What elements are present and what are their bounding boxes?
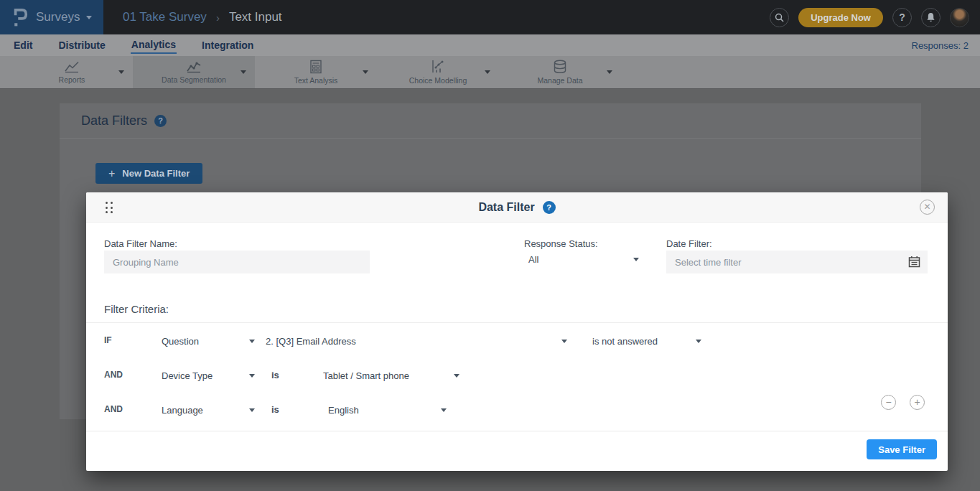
responses-count: Responses: 2 (912, 40, 969, 51)
response-status-value: All (528, 254, 538, 265)
chevron-down-icon (86, 16, 92, 19)
criteria-field-select[interactable]: Device Type (162, 368, 255, 383)
top-bar: Surveys 01 Take Survey › Text Input Upgr… (0, 0, 980, 34)
response-status-select[interactable]: All (528, 254, 639, 265)
criteria-row: AND Language is English − + (86, 399, 948, 421)
new-data-filter-button[interactable]: + New Data Filter (95, 163, 202, 184)
help-icon[interactable]: ? (543, 201, 556, 214)
chevron-down-icon (561, 340, 567, 343)
criteria-field-select[interactable]: Question (162, 333, 255, 349)
calendar-icon[interactable] (908, 256, 920, 270)
tab-analytics[interactable]: Analytics (131, 37, 177, 54)
help-icon[interactable]: ? (154, 115, 167, 127)
chevron-down-icon (696, 340, 701, 343)
add-criteria-button[interactable]: + (910, 395, 925, 410)
breadcrumb-survey-name[interactable]: 01 Take Survey (123, 10, 207, 24)
criteria-value: English (328, 405, 359, 416)
criteria-operator-select[interactable]: is not answered (592, 333, 701, 349)
toolbar-item-label: Manage Data (537, 76, 582, 85)
breadcrumb-page-name: Text Input (229, 10, 282, 24)
divider (86, 322, 948, 323)
connector-label: AND (104, 370, 123, 380)
date-filter-field (666, 251, 928, 273)
criteria-verb-label: is (271, 370, 279, 380)
criteria-field-value: Language (162, 405, 203, 416)
search-button[interactable] (770, 8, 789, 27)
breadcrumb-separator: › (216, 11, 220, 24)
plus-icon: + (108, 167, 115, 180)
upgrade-now-button[interactable]: Upgrade Now (798, 8, 883, 27)
scatter-chart-icon (431, 60, 445, 74)
tab-integration[interactable]: Integration (201, 37, 254, 53)
panel-header: Data Filters ? (60, 103, 921, 139)
criteria-value: Tablet / Smart phone (323, 370, 409, 381)
chevron-down-icon[interactable] (363, 70, 368, 74)
survey-nav-tabs: Edit Distribute Analytics Integration Re… (0, 34, 980, 56)
page-title: Data Filters (81, 113, 147, 128)
criteria-question-select[interactable]: 2. [Q3] Email Address (266, 333, 567, 349)
save-filter-button[interactable]: Save Filter (867, 439, 937, 459)
filter-criteria-heading: Filter Criteria: (104, 303, 169, 315)
toolbar-item-text-analysis[interactable]: Text Analysis (255, 56, 377, 88)
tab-edit[interactable]: Edit (13, 37, 33, 53)
data-filter-name-input[interactable] (104, 251, 370, 273)
drag-handle-icon[interactable] (106, 202, 113, 213)
chevron-down-icon (249, 340, 255, 343)
criteria-value-select[interactable]: English (328, 402, 447, 418)
top-bar-actions: Upgrade Now ? (770, 8, 980, 27)
criteria-value-select[interactable]: Tablet / Smart phone (323, 368, 459, 383)
chevron-down-icon (249, 408, 255, 412)
modal-body: Data Filter Name: Response Status: All D… (86, 223, 948, 471)
data-filter-modal: Data Filter ? ✕ Data Filter Name: Respon… (86, 192, 948, 471)
user-avatar[interactable] (950, 8, 969, 27)
chevron-down-icon[interactable] (118, 70, 124, 74)
chevron-down-icon[interactable] (607, 70, 612, 74)
toolbar-item-label: Text Analysis (294, 76, 338, 85)
question-mark-icon: ? (899, 11, 905, 23)
close-icon[interactable]: ✕ (920, 200, 935, 215)
connector-label: IF (104, 335, 112, 345)
date-filter-input[interactable] (666, 251, 928, 273)
segmentation-chart-icon (186, 60, 202, 73)
criteria-row: AND Device Type is Tablet / Smart phone (86, 365, 948, 386)
product-menu[interactable]: Surveys (0, 0, 103, 34)
text-document-icon (309, 60, 323, 74)
app-root: Surveys 01 Take Survey › Text Input Upgr… (0, 0, 980, 491)
toolbar-item-manage-data[interactable]: Manage Data (499, 56, 621, 88)
toolbar-item-label: Choice Modelling (409, 76, 467, 85)
breadcrumb: 01 Take Survey › Text Input (123, 10, 282, 24)
new-data-filter-label: New Data Filter (122, 168, 190, 179)
search-icon (775, 13, 784, 22)
chevron-down-icon (454, 374, 459, 378)
analytics-toolbar: Reports Data Segmentation (0, 56, 980, 89)
chevron-down-icon (249, 374, 255, 378)
toolbar-item-reports[interactable]: Reports (11, 56, 133, 88)
help-button[interactable]: ? (892, 8, 912, 27)
bell-icon (926, 12, 935, 22)
divider (86, 431, 948, 431)
toolbar-item-label: Data Segmentation (162, 75, 226, 84)
response-status-label: Response Status: (524, 238, 598, 249)
criteria-verb-label: is (271, 404, 279, 415)
date-filter-label: Date Filter: (666, 238, 712, 249)
toolbar-item-label: Reports (59, 75, 85, 84)
criteria-row: IF Question 2. [Q3] Email Address is not… (86, 330, 948, 352)
tab-distribute[interactable]: Distribute (57, 37, 106, 53)
criteria-field-value: Device Type (162, 370, 213, 381)
chevron-down-icon[interactable] (241, 70, 246, 74)
criteria-field-select[interactable]: Language (162, 402, 255, 418)
database-icon (552, 60, 568, 74)
notifications-button[interactable] (921, 8, 941, 27)
line-chart-icon (64, 60, 80, 73)
criteria-operator-value: is not answered (592, 336, 658, 347)
criteria-field-value: Question (162, 336, 199, 347)
chevron-down-icon (633, 258, 639, 261)
product-menu-label: Surveys (36, 10, 80, 24)
toolbar-item-choice-modelling[interactable]: Choice Modelling (377, 56, 499, 88)
data-filter-name-label: Data Filter Name: (104, 238, 177, 249)
toolbar-item-data-segmentation[interactable]: Data Segmentation (133, 56, 255, 88)
connector-label: AND (104, 404, 123, 414)
chevron-down-icon (441, 408, 447, 412)
chevron-down-icon[interactable] (485, 70, 490, 74)
remove-criteria-button[interactable]: − (881, 395, 896, 410)
